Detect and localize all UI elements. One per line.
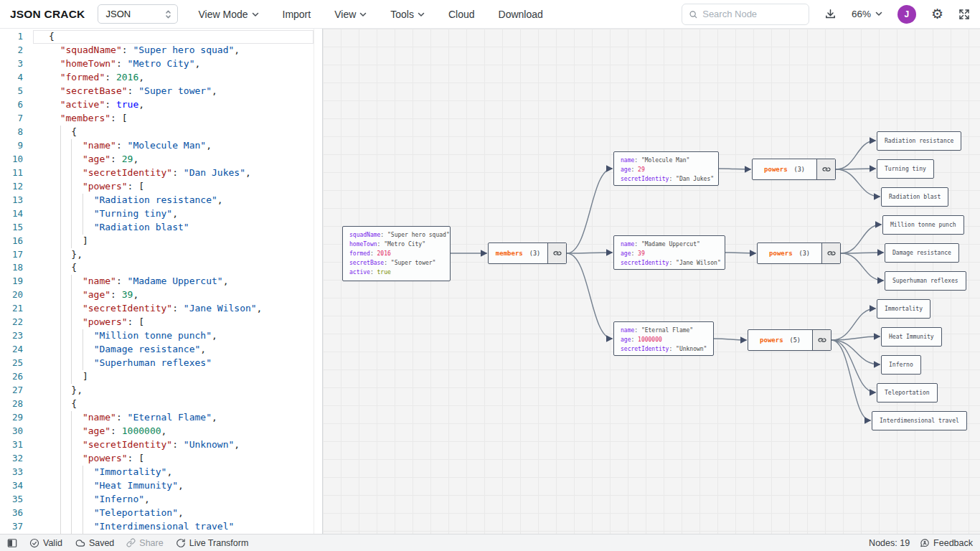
search-icon	[689, 9, 697, 19]
zoom-level-value: 66%	[852, 9, 871, 19]
editor-line[interactable]: 5 "secretBase": "Super tower",	[0, 85, 314, 98]
line-number: 6	[0, 98, 33, 112]
node-powers-eternal-flame[interactable]: powers(5)	[748, 329, 831, 351]
editor-line[interactable]: 29 "name": "Eternal Flame",	[0, 411, 314, 425]
editor-line[interactable]: 36 "Teleportation",	[0, 507, 314, 520]
user-avatar[interactable]: J	[897, 5, 916, 24]
line-number: 24	[0, 343, 33, 357]
node-powers-molecule-man[interactable]: powers(3)	[752, 159, 836, 180]
editor-line[interactable]: 32 "powers": [	[0, 452, 314, 466]
editor-line[interactable]: 21 "secretIdentity": "Jane Wilson",	[0, 302, 314, 316]
menu-import[interactable]: Import	[283, 9, 311, 20]
node-members-array[interactable]: members(3)	[488, 242, 567, 264]
feedback-button[interactable]: Feedback	[920, 538, 973, 548]
menu-view-mode[interactable]: View Mode	[198, 9, 258, 20]
editor-line[interactable]: 19 "name": "Madame Uppercut",	[0, 275, 314, 288]
editor-line[interactable]: 1{	[0, 30, 314, 44]
fullscreen-icon[interactable]	[958, 9, 970, 20]
editor-line[interactable]: 8 {	[0, 126, 314, 139]
expand-collapse-button[interactable]	[816, 159, 835, 179]
menu-view[interactable]: View	[334, 9, 367, 20]
node-root-object[interactable]: squadName: "Super hero squad"homeTown: "…	[342, 226, 451, 281]
editor-line[interactable]: 20 "age": 39,	[0, 288, 314, 302]
editor-line[interactable]: 16 ]	[0, 235, 314, 248]
editor-line[interactable]: 34 "Heat Immunity",	[0, 479, 314, 493]
expand-collapse-button[interactable]	[812, 330, 831, 350]
node-field: active: true	[349, 268, 443, 277]
expand-collapse-button[interactable]	[547, 243, 566, 263]
editor-line[interactable]: 9 "name": "Molecule Man",	[0, 139, 314, 153]
node-leaf-turning-tiny[interactable]: Turning tiny	[877, 159, 934, 179]
node-member-eternal-flame[interactable]: name: "Eternal Flame"age: 1000000secretI…	[613, 321, 714, 356]
editor-line[interactable]: 13 "Radiation resistance",	[0, 194, 314, 207]
select-chevrons-icon	[165, 9, 171, 19]
node-leaf-heat-immunity[interactable]: Heat Immunity	[881, 327, 942, 347]
editor-line[interactable]: 31 "secretIdentity": "Unknown",	[0, 438, 314, 452]
editor-line[interactable]: 15 "Radiation blast"	[0, 221, 314, 235]
editor-line[interactable]: 33 "Immortality",	[0, 466, 314, 479]
graph-canvas[interactable]: squadName: "Super hero squad"homeTown: "…	[323, 29, 980, 534]
editor-line[interactable]: 24 "Damage resistance",	[0, 343, 314, 357]
editor-line[interactable]: 27 },	[0, 384, 314, 397]
editor-line[interactable]: 23 "Million tonne punch",	[0, 329, 314, 343]
editor-line[interactable]: 17 },	[0, 248, 314, 262]
live-transform-button[interactable]: Live Transform	[176, 538, 249, 548]
editor-line[interactable]: 35 "Inferno",	[0, 493, 314, 507]
editor-line[interactable]: 30 "age": 1000000,	[0, 425, 314, 438]
line-number: 33	[0, 466, 33, 479]
line-number: 20	[0, 288, 33, 302]
editor-line[interactable]: 37 "Interdimensional travel"	[0, 520, 314, 534]
zoom-level-dropdown[interactable]: 66%	[852, 9, 882, 19]
node-member-molecule-man[interactable]: name: "Molecule Man"age: 29secretIdentit…	[613, 151, 719, 186]
json-editor[interactable]: 1{2 "squadName": "Super hero squad",3 "h…	[0, 29, 323, 534]
editor-line[interactable]: 28 {	[0, 397, 314, 411]
gear-icon[interactable]: ⚙	[931, 7, 943, 21]
node-leaf-superhuman-reflexes[interactable]: Superhuman reflexes	[885, 271, 966, 291]
valid-button[interactable]: Valid	[29, 538, 62, 548]
menu-download[interactable]: Download	[499, 9, 543, 20]
menu-tools[interactable]: Tools	[390, 9, 425, 20]
editor-line[interactable]: 10 "age": 29,	[0, 153, 314, 166]
editor-lines[interactable]: 1{2 "squadName": "Super hero squad",3 "h…	[0, 30, 314, 534]
line-number: 3	[0, 57, 33, 71]
editor-line[interactable]: 7 "members": [	[0, 112, 314, 126]
search-node-box[interactable]	[682, 4, 809, 25]
search-node-input[interactable]	[702, 9, 802, 19]
saved-button[interactable]: Saved	[75, 538, 114, 548]
editor-line[interactable]: 4 "formed": 2016,	[0, 71, 314, 85]
line-number: 11	[0, 166, 33, 180]
editor-line[interactable]: 6 "active": true,	[0, 98, 314, 112]
node-leaf-inferno[interactable]: Inferno	[881, 355, 921, 375]
format-select-value: JSON	[105, 9, 131, 19]
format-select[interactable]: JSON	[98, 4, 178, 24]
download-image-icon[interactable]	[824, 8, 837, 20]
node-leaf-million-tonne-punch[interactable]: Million tonne punch	[882, 215, 964, 235]
node-leaf-damage-resistance[interactable]: Damage resistance	[885, 243, 959, 263]
toolbar-right: 66% J ⚙	[682, 4, 970, 25]
editor-line[interactable]: 18 {	[0, 261, 314, 275]
expand-collapse-button[interactable]	[821, 243, 840, 263]
editor-line[interactable]: 26 ]	[0, 370, 314, 384]
menu-cloud[interactable]: Cloud	[448, 9, 475, 20]
editor-scrollbar[interactable]	[314, 29, 322, 534]
node-leaf-immortality[interactable]: Immortality	[877, 299, 930, 319]
editor-line[interactable]: 22 "powers": [	[0, 316, 314, 329]
editor-line[interactable]: 2 "squadName": "Super hero squad",	[0, 44, 314, 57]
node-field: formed: 2016	[349, 249, 443, 258]
share-button[interactable]: Share	[126, 538, 163, 548]
editor-line[interactable]: 25 "Superhuman reflexes"	[0, 357, 314, 370]
editor-line[interactable]: 14 "Turning tiny",	[0, 207, 314, 221]
node-leaf-teleportation[interactable]: Teleportation	[877, 383, 938, 402]
panel-toggle-button[interactable]	[7, 538, 17, 548]
editor-line[interactable]: 11 "secretIdentity": "Dan Jukes",	[0, 166, 314, 180]
editor-line[interactable]: 3 "homeTown": "Metro City",	[0, 57, 314, 71]
editor-line[interactable]: 12 "powers": [	[0, 180, 314, 194]
node-leaf-interdimensional-travel[interactable]: Interdimensional travel	[872, 411, 967, 430]
node-field: secretIdentity: "Jane Wilson"	[621, 258, 718, 268]
node-powers-madame-uppercut[interactable]: powers(3)	[757, 242, 841, 264]
node-member-madame-uppercut[interactable]: name: "Madame Uppercut"age: 39secretIden…	[613, 235, 725, 270]
node-leaf-radiation-resistance[interactable]: Radiation resistance	[877, 131, 961, 151]
line-number: 7	[0, 112, 33, 126]
node-leaf-radiation-blast[interactable]: Radiation blast	[881, 187, 948, 207]
node-field: age: 1000000	[621, 335, 707, 344]
